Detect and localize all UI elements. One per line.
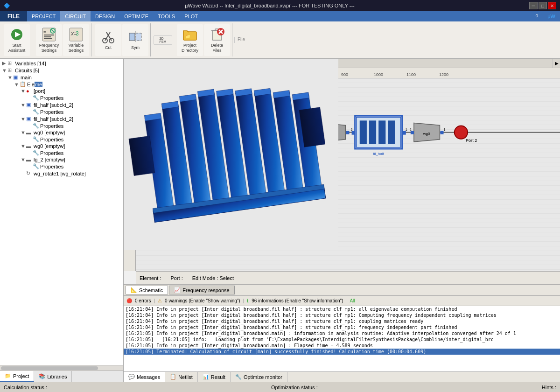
result-tab[interactable]: 📊 Result (198, 372, 231, 382)
tree-item-circuits[interactable]: ▼ ⊞ Circuits [5] (1, 67, 122, 74)
optimize-tab[interactable]: 🔧 Optimize monitor (231, 372, 287, 382)
restore-button[interactable]: □ (539, 2, 547, 9)
freq-icon: ≡ (42, 27, 56, 42)
project-directory-button[interactable]: 📁 ProjectDirectory (177, 24, 203, 56)
svg-text:≡: ≡ (43, 30, 46, 35)
menubar: FILE PROJECT CIRCUIT DESIGN OPTIMIZE TOO… (0, 11, 560, 21)
frequency-settings-button[interactable]: ≡ FrequencySettings (36, 24, 62, 56)
freq-label: FrequencySettings (39, 43, 59, 53)
toolbar-group-edit: Cut Sym (93, 23, 151, 56)
tree-item-elements[interactable]: ▼ 📋 Eleme (1, 81, 122, 88)
expand-icon: ▼ (21, 116, 26, 122)
expand-icon: ▼ (21, 102, 26, 108)
tree-item-fil-half-2[interactable]: ▼ ▣ fil_half [subckt_2] (1, 115, 122, 122)
edit-mode-label: Edit Mode : Select (192, 275, 234, 281)
tree-item-port[interactable]: ▼ ● [port] (1, 88, 122, 94)
elem-icon: 📋 (20, 81, 26, 87)
tree-item-prop2[interactable]: 🔧 Properties (1, 108, 122, 115)
tree-item-lg2[interactable]: ▼ ▬ lg_2 [emptyw] (1, 156, 122, 163)
svg-rect-85 (388, 120, 395, 144)
svg-rect-95 (440, 131, 443, 134)
prop-icon: 🔧 (33, 123, 39, 129)
wg-rotate-label: wg_rotate1 [wg_rotate] (34, 171, 86, 176)
expand-icon: ▼ (14, 82, 20, 87)
tree-item-prop3[interactable]: 🔧 Properties (1, 122, 122, 129)
menu-file[interactable]: FILE (0, 11, 27, 21)
menu-design[interactable]: DESIGN (91, 11, 119, 21)
assistant-icon (9, 27, 24, 42)
lg2-label: lg_2 [emptyw] (34, 157, 65, 162)
elements-label: Eleme (27, 82, 42, 87)
warning-icon: ⚠ (158, 298, 162, 303)
svg-rect-89 (402, 131, 406, 135)
titlebar-controls: ─ □ ✕ (529, 2, 556, 9)
menu-plot[interactable]: PLOT (180, 11, 203, 21)
opt-status-label: Optimization status : (271, 385, 318, 390)
var-tree-icon: ⊞ (7, 60, 14, 66)
tree-item-variables[interactable]: ▶ ⊞ Variables [14] (1, 60, 122, 67)
menu-tools[interactable]: TOOLS (153, 11, 180, 21)
menu-help[interactable]: ? (531, 11, 543, 21)
collapse-btn[interactable]: ▶ (553, 59, 560, 68)
sym-label: Sym (131, 45, 140, 50)
left-panel: ▶ ⊞ Variables [14] ▼ ⊞ Circuits [5] ▼ ▣ … (0, 59, 124, 382)
menu-circuit[interactable]: CIRCUIT (60, 11, 91, 21)
toolbar-group-settings: ≡ FrequencySettings x= 3 VariableSetting… (34, 23, 91, 56)
toolbar-group-assistant: StartAssistant (2, 23, 32, 56)
svg-text:1: 1 (406, 128, 407, 131)
tree-item-wg0-2[interactable]: ▼ ▬ wg0 [emptyw] (1, 143, 122, 149)
wg0-1-label: wg0 [emptyw] (34, 130, 65, 135)
menu-project[interactable]: PROJECT (27, 11, 60, 21)
delete-icon (210, 27, 224, 42)
port-icon: ● (26, 88, 33, 94)
tree-item-wg-rotate[interactable]: ↻ wg_rotate1 [wg_rotate] (1, 170, 122, 177)
menu-optimize[interactable]: OPTIMIZE (119, 11, 153, 21)
log-panel: 🔴 0 errors | ⚠ 0 warnings (Enable "Show … (124, 295, 560, 382)
subckt-icon: ▣ (26, 102, 33, 108)
main-label: main (21, 75, 32, 80)
expand-icon: ▼ (2, 68, 7, 73)
cut-button[interactable]: Cut (95, 24, 121, 56)
svg-text:1: 1 (444, 128, 446, 131)
subckt-icon2: ▣ (26, 116, 33, 122)
panel-tabs: 📁 Project 📚 Libraries (0, 371, 123, 382)
project-tab-icon: 📁 (5, 373, 11, 379)
tree-item-prop5[interactable]: 🔧 Properties (1, 149, 122, 156)
expand-icon: ▶ (2, 60, 7, 66)
project-dir-label: ProjectDirectory (182, 43, 198, 53)
all-link[interactable]: All (350, 298, 355, 303)
svg-text:2: 2 (410, 128, 412, 131)
2d-fem-button[interactable]: 2DFEM (154, 35, 172, 45)
close-button[interactable]: ✕ (548, 2, 556, 9)
bottom-statusbar: Calculation status : Optimization status… (0, 382, 560, 392)
delete-files-button[interactable]: DeleteFiles (204, 24, 230, 56)
tree-scrollbar[interactable] (0, 365, 123, 371)
messages-tab[interactable]: 💬 Messages (124, 372, 165, 382)
minimize-button[interactable]: ─ (529, 2, 538, 9)
log-header: 🔴 0 errors | ⚠ 0 warnings (Enable "Show … (124, 296, 560, 306)
svg-rect-82 (360, 120, 367, 144)
schematic-tab[interactable]: 📐 Schematic (126, 286, 168, 294)
start-assistant-button[interactable]: StartAssistant (4, 24, 30, 56)
main-container: ▶ ⊞ Variables [14] ▼ ⊞ Circuits [5] ▼ ▣ … (0, 59, 560, 382)
titlebar-icon: 🔷 (4, 3, 10, 9)
freq-response-tab[interactable]: 📈 Frequency response (169, 286, 234, 294)
libraries-tab[interactable]: 📚 Libraries (34, 371, 72, 382)
tree-item-wg0-1[interactable]: ▼ ▬ wg0 [emptyw] (1, 129, 122, 136)
fil-half-1-label: fil_half [subckt_2] (34, 102, 73, 108)
tree-item-fil-half-1[interactable]: ▼ ▣ fil_half [subckt_2] (1, 101, 122, 108)
tree-item-prop4[interactable]: 🔧 Properties (1, 136, 122, 143)
element-label: Element : (140, 275, 161, 281)
tree-item-prop6[interactable]: 🔧 Properties (1, 163, 122, 170)
variable-settings-button[interactable]: x= 3 VariableSettings (63, 24, 89, 56)
lg-icon: ▬ (26, 157, 33, 162)
log-line-5: [16:21:05] Info in project [Inter_digita… (124, 330, 560, 336)
wg0-2-label: wg0 [emptyw] (34, 143, 65, 149)
svg-text:2: 2 (351, 128, 353, 131)
sym-button[interactable]: Sym (122, 24, 148, 56)
messages-label: Messages (137, 374, 160, 380)
tree-item-prop1[interactable]: 🔧 Properties (1, 94, 122, 101)
project-tab[interactable]: 📁 Project (0, 371, 34, 382)
tree-item-main[interactable]: ▼ ▣ main (1, 74, 122, 81)
netlist-tab[interactable]: 📋 Netlist (165, 372, 198, 382)
